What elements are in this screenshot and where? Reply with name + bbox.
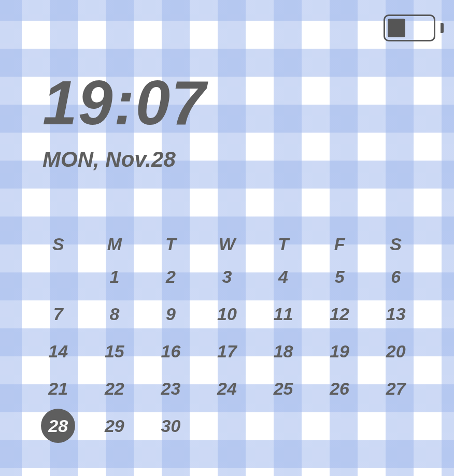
- calendar-day[interactable]: 22: [87, 370, 143, 407]
- calendar-day-number: 22: [97, 371, 132, 406]
- calendar-day[interactable]: 28: [30, 407, 87, 444]
- calendar-day[interactable]: 2: [143, 258, 199, 295]
- calendar-row: 123456: [30, 258, 424, 295]
- calendar-day-number: 11: [266, 297, 301, 331]
- calendar-day-number: 30: [153, 409, 188, 443]
- calendar-day[interactable]: 8: [87, 295, 143, 333]
- calendar-day[interactable]: 24: [199, 370, 256, 407]
- weekday-header-row: S M T W T F S: [30, 227, 424, 258]
- calendar-day[interactable]: 12: [311, 295, 368, 333]
- calendar-day[interactable]: 4: [255, 258, 311, 295]
- weekday-header: T: [143, 227, 199, 261]
- calendar-day[interactable]: 3: [199, 258, 256, 295]
- calendar-day[interactable]: 13: [367, 295, 424, 333]
- calendar-day[interactable]: 29: [87, 407, 143, 444]
- calendar-day[interactable]: 14: [30, 333, 87, 370]
- calendar-day-number: 19: [322, 334, 357, 368]
- weekday-header: S: [30, 227, 87, 261]
- calendar-day-number: 12: [322, 297, 357, 331]
- calendar-day-number: 14: [41, 334, 75, 368]
- calendar-row: 78910111213: [30, 295, 424, 333]
- calendar-row: 14151617181920: [30, 333, 424, 370]
- calendar-day[interactable]: 25: [255, 370, 311, 407]
- calendar-day[interactable]: 30: [143, 407, 199, 444]
- calendar-day-number: 20: [379, 334, 413, 368]
- calendar-day-number: 4: [266, 259, 301, 294]
- calendar-day-number: 6: [379, 259, 413, 294]
- clock-time: 19:07: [42, 71, 207, 134]
- calendar-day-number: 2: [153, 259, 188, 294]
- weekday-header: F: [311, 227, 368, 261]
- calendar-day-number: 17: [210, 334, 244, 368]
- calendar-day-number: 13: [379, 297, 413, 331]
- calendar-day[interactable]: 23: [143, 370, 199, 407]
- weekday-header: M: [87, 227, 143, 261]
- calendar-day-number: 27: [379, 371, 413, 406]
- calendar-day[interactable]: 17: [199, 333, 256, 370]
- calendar-row: 282930: [30, 407, 424, 444]
- weekday-header: T: [255, 227, 311, 261]
- calendar-day[interactable]: 19: [311, 333, 368, 370]
- widget-screen: 19:07 MON, Nov.28 S M T W T F S 12345678…: [0, 0, 454, 476]
- calendar-day-number: 8: [97, 297, 132, 331]
- battery-fill: [388, 19, 405, 37]
- weekday-header: S: [367, 227, 424, 261]
- calendar-row: 21222324252627: [30, 370, 424, 407]
- calendar-day-number: 28: [41, 409, 75, 443]
- calendar-day[interactable]: 21: [30, 370, 87, 407]
- calendar-day-number: 21: [41, 371, 75, 406]
- clock-date: MON, Nov.28: [42, 147, 176, 172]
- calendar-day-number: 9: [153, 297, 188, 331]
- calendar-day-number: 15: [97, 334, 132, 368]
- calendar-day[interactable]: 18: [255, 333, 311, 370]
- calendar-day[interactable]: 11: [255, 295, 311, 333]
- calendar-day-number: 5: [322, 259, 357, 294]
- battery-cap: [441, 23, 444, 33]
- calendar-day-number: 3: [210, 259, 244, 294]
- calendar-day[interactable]: 27: [367, 370, 424, 407]
- battery-icon: [384, 15, 435, 41]
- calendar-day-number: 24: [210, 371, 244, 406]
- calendar-day-number: 25: [266, 371, 301, 406]
- calendar-day-number: 18: [266, 334, 301, 368]
- calendar-grid: 1234567891011121314151617181920212223242…: [30, 258, 424, 444]
- weekday-header: W: [199, 227, 256, 261]
- battery-indicator: [384, 15, 439, 41]
- calendar-day[interactable]: 16: [143, 333, 199, 370]
- calendar-day-number: 16: [153, 334, 188, 368]
- calendar-day[interactable]: 26: [311, 370, 368, 407]
- calendar-day-number: 7: [41, 297, 75, 331]
- calendar-day[interactable]: 1: [87, 258, 143, 295]
- calendar-day[interactable]: 6: [367, 258, 424, 295]
- calendar: S M T W T F S 12345678910111213141516171…: [30, 227, 424, 444]
- calendar-day[interactable]: 9: [143, 295, 199, 333]
- calendar-empty-cell: [311, 407, 368, 444]
- calendar-day-number: 29: [97, 409, 132, 443]
- calendar-empty-cell: [199, 407, 256, 444]
- calendar-day[interactable]: 10: [199, 295, 256, 333]
- calendar-day-number: 1: [97, 259, 132, 294]
- calendar-day[interactable]: 15: [87, 333, 143, 370]
- calendar-day[interactable]: 7: [30, 295, 87, 333]
- calendar-empty-cell: [30, 258, 87, 295]
- calendar-day[interactable]: 20: [367, 333, 424, 370]
- calendar-empty-cell: [367, 407, 424, 444]
- calendar-day[interactable]: 5: [311, 258, 368, 295]
- calendar-day-number: 10: [210, 297, 244, 331]
- calendar-day-number: 26: [322, 371, 357, 406]
- calendar-empty-cell: [255, 407, 311, 444]
- calendar-day-number: 23: [153, 371, 188, 406]
